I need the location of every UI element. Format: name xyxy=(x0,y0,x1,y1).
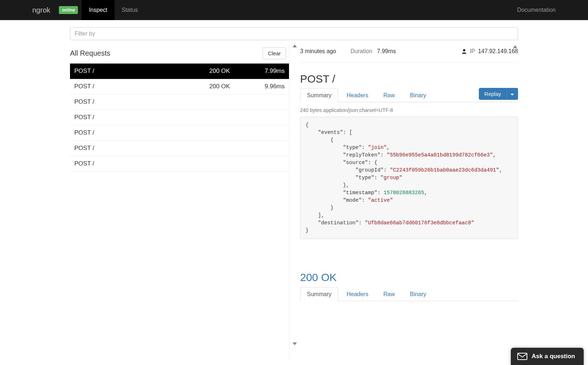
tab-raw[interactable]: Raw xyxy=(377,88,402,102)
requests-title: All Requests xyxy=(70,49,110,57)
response-tab-raw[interactable]: Raw xyxy=(377,287,402,301)
right-column: 3 minutes ago Duration 7.99ms IP 147.92.… xyxy=(289,45,518,360)
tab-summary[interactable]: Summary xyxy=(300,88,338,102)
nav-tab-status[interactable]: Status xyxy=(115,0,145,20)
request-row[interactable]: POST / xyxy=(70,141,289,156)
request-row[interactable]: POST /200 OK7.99ms xyxy=(70,64,289,79)
brand-text: ngrok xyxy=(32,6,50,14)
body-meta: 240 bytes application/json;charset=UTF-8 xyxy=(300,107,518,113)
request-tab-row: Summary Headers Raw Binary Replay xyxy=(300,88,518,102)
filter-input[interactable] xyxy=(70,27,518,40)
chevron-down-icon xyxy=(510,94,514,95)
requests-header: All Requests Clear xyxy=(70,45,289,64)
request-row[interactable]: POST / xyxy=(70,125,289,141)
duration-block: Duration 7.99ms xyxy=(351,48,396,55)
ip-label: IP xyxy=(470,48,475,55)
request-method: POST / xyxy=(74,98,209,106)
svg-point-0 xyxy=(463,49,465,51)
request-list: POST /200 OK7.99msPOST /200 OK9.96msPOST… xyxy=(70,64,289,172)
brand-link[interactable]: ngrok xyxy=(0,0,57,20)
columns: All Requests Clear POST /200 OK7.99msPOS… xyxy=(70,45,518,360)
response-tab-row: Summary Headers Raw Binary xyxy=(300,287,518,301)
detail-title: POST / xyxy=(300,73,518,85)
request-method: POST / xyxy=(74,67,209,75)
clear-button[interactable]: Clear xyxy=(262,47,286,59)
request-row[interactable]: POST / xyxy=(70,94,289,110)
ask-question-label: Ask a question xyxy=(532,353,575,360)
tab-binary[interactable]: Binary xyxy=(403,88,433,102)
nav-right: Documentation xyxy=(517,0,588,20)
duration-value: 7.99ms xyxy=(377,48,396,54)
request-body: { "events": [ { "type": "join", "replyTo… xyxy=(300,117,518,239)
response-tab-binary[interactable]: Binary xyxy=(403,287,433,301)
request-method: POST / xyxy=(74,129,209,136)
replay-button[interactable]: Replay xyxy=(479,88,507,100)
detail-scroll-up-icon[interactable] xyxy=(513,45,517,48)
request-row[interactable]: POST / xyxy=(70,156,289,172)
response-tab-headers[interactable]: Headers xyxy=(340,287,375,301)
tab-headers[interactable]: Headers xyxy=(340,88,375,102)
status-badge: online xyxy=(59,6,78,14)
main-container: All Requests Clear POST /200 OK7.99msPOS… xyxy=(70,20,518,360)
request-time: 7.99ms xyxy=(252,67,285,75)
replay-dropdown-button[interactable] xyxy=(507,88,518,100)
meta-row: 3 minutes ago Duration 7.99ms IP 147.92.… xyxy=(300,45,518,63)
ip-block: IP 147.92.149.168 xyxy=(461,48,518,55)
svg-rect-1 xyxy=(518,353,527,360)
response-status: 200 OK xyxy=(300,271,518,284)
request-row[interactable]: POST /200 OK9.96ms xyxy=(70,79,289,94)
request-status: 200 OK xyxy=(209,83,252,90)
ask-question-widget[interactable]: Ask a question xyxy=(511,348,584,365)
response-tab-summary[interactable]: Summary xyxy=(300,287,338,301)
user-icon xyxy=(461,48,467,54)
request-status: 200 OK xyxy=(209,67,252,75)
ip-value: 147.92.149.168 xyxy=(478,48,518,55)
request-method: POST / xyxy=(74,83,209,90)
duration-label: Duration xyxy=(351,48,372,54)
request-method: POST / xyxy=(74,145,209,152)
documentation-link[interactable]: Documentation xyxy=(517,7,556,13)
replay-group: Replay xyxy=(479,88,518,100)
request-method: POST / xyxy=(74,114,209,121)
request-age: 3 minutes ago xyxy=(300,48,336,55)
nav-tab-inspect[interactable]: Inspect xyxy=(81,0,115,20)
request-time: 9.96ms xyxy=(252,83,285,90)
navbar: ngrok online Inspect Status Documentatio… xyxy=(0,0,588,20)
request-method: POST / xyxy=(74,160,209,167)
left-column: All Requests Clear POST /200 OK7.99msPOS… xyxy=(70,45,289,360)
mail-icon xyxy=(517,353,527,360)
request-row[interactable]: POST / xyxy=(70,110,289,125)
